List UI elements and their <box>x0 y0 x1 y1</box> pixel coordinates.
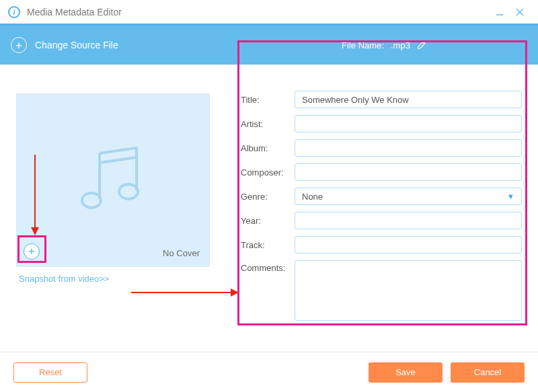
titlebar: i Media Metadata Editor <box>0 0 538 26</box>
file-name-value: .mp3 <box>391 40 410 50</box>
app-title: Media Metadata Editor <box>27 7 490 17</box>
cancel-button[interactable]: Cancel <box>451 362 525 383</box>
track-input[interactable] <box>295 236 522 253</box>
title-input[interactable] <box>295 91 522 108</box>
cancel-label: Cancel <box>474 367 501 377</box>
title-label: Title: <box>241 95 295 105</box>
app-info-icon: i <box>8 6 20 18</box>
svg-point-3 <box>82 193 101 208</box>
comments-input[interactable] <box>295 260 522 321</box>
file-name-label: File Name: <box>342 40 384 50</box>
genre-value: None <box>302 192 323 202</box>
svg-point-4 <box>119 184 138 199</box>
artist-label: Artist: <box>241 119 295 129</box>
main-area: + No Cover Snapshot from video>> Title: … <box>0 67 538 352</box>
close-button[interactable] <box>510 2 530 22</box>
save-button[interactable]: Save <box>369 362 443 383</box>
file-name-display: File Name: .mp3 <box>241 26 527 65</box>
no-cover-label: No Cover <box>163 248 200 258</box>
metadata-form: Title: Artist: Album: Composer: Genre: N… <box>241 91 522 327</box>
album-input[interactable] <box>295 139 522 157</box>
footer: Reset Save Cancel <box>0 352 538 392</box>
comments-label: Comments: <box>241 260 295 273</box>
year-label: Year: <box>241 216 295 226</box>
edit-filename-icon[interactable] <box>417 40 426 50</box>
track-label: Track: <box>241 240 295 250</box>
composer-label: Composer: <box>241 167 295 178</box>
album-label: Album: <box>241 143 295 153</box>
toolbar: + Change Source File File Name: .mp3 <box>0 26 538 65</box>
reset-button[interactable]: Reset <box>13 362 87 383</box>
music-note-icon <box>73 140 153 221</box>
year-input[interactable] <box>295 212 522 229</box>
artist-input[interactable] <box>295 115 522 132</box>
cover-preview: + No Cover <box>16 93 210 267</box>
change-source-label: Change Source File <box>35 40 118 50</box>
genre-label: Genre: <box>241 192 295 202</box>
composer-input[interactable] <box>295 163 522 181</box>
chevron-down-icon: ▼ <box>507 192 514 200</box>
plus-icon: + <box>11 37 27 53</box>
save-label: Save <box>395 367 416 377</box>
genre-select[interactable]: None ▼ <box>295 188 522 205</box>
minimize-button[interactable] <box>490 2 510 22</box>
reset-label: Reset <box>39 367 62 377</box>
snapshot-link[interactable]: Snapshot from video>> <box>19 274 109 284</box>
change-source-button[interactable]: + Change Source File <box>11 37 118 53</box>
add-cover-button[interactable]: + <box>24 243 40 260</box>
